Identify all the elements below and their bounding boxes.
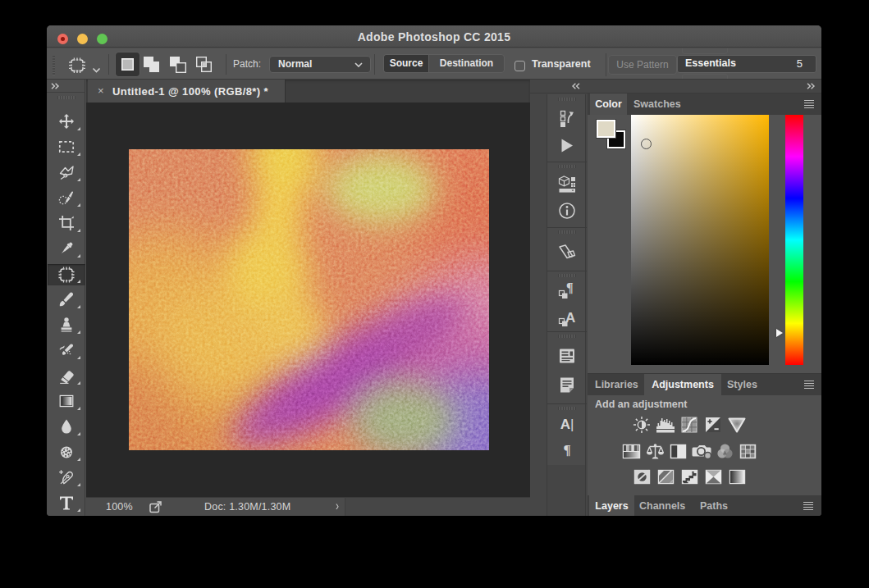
- svg-text:A: A: [565, 310, 575, 326]
- svg-text:¶: ¶: [566, 280, 574, 294]
